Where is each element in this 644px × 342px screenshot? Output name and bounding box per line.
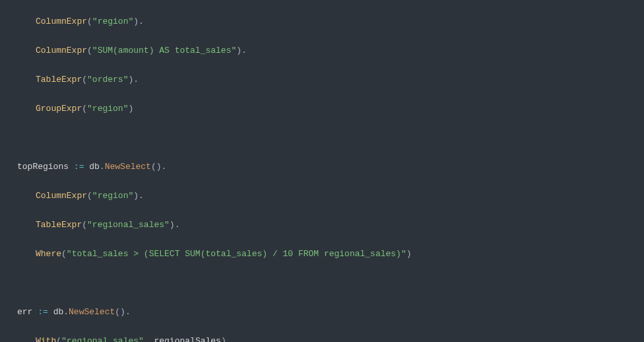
method-call: ColumnExpr (36, 191, 87, 201)
string-literal: "regional_sales" (87, 220, 170, 230)
variable: err (17, 307, 32, 317)
code-line: ColumnExpr("SUM(amount) AS total_sales")… (17, 44, 644, 58)
identifier: regionalSales (154, 336, 220, 342)
method-call: TableExpr (36, 75, 82, 85)
string-literal: "region" (92, 191, 133, 201)
code-line: TableExpr("orders"). (17, 73, 644, 87)
variable: topRegions (17, 162, 69, 172)
blank-line (17, 131, 644, 145)
identifier: db (89, 162, 100, 172)
blank-line (17, 276, 644, 291)
method-call: Where (36, 249, 61, 259)
method-call: TableExpr (36, 220, 82, 230)
method-call: With (36, 336, 56, 342)
assign-op: := (38, 307, 48, 317)
string-literal: "region" (92, 17, 133, 26)
method-call: ColumnExpr (36, 46, 87, 55)
method-call: NewSelect (105, 162, 151, 172)
string-literal: "regional_sales" (61, 336, 144, 342)
code-line: err := db.NewSelect(). (17, 305, 644, 320)
method-call: ColumnExpr (36, 17, 87, 26)
identifier: db (53, 307, 64, 317)
code-line: With("regional_sales", regionalSales). (17, 334, 644, 342)
code-editor[interactable]: ColumnExpr("region"). ColumnExpr("SUM(am… (0, 0, 644, 342)
assign-op: := (74, 162, 84, 172)
code-line: TableExpr("regional_sales"). (17, 218, 644, 232)
string-literal: "orders" (87, 75, 128, 85)
string-literal: "region" (87, 104, 128, 114)
code-line: ColumnExpr("region"). (17, 189, 644, 203)
method-call: NewSelect (69, 307, 115, 317)
code-line: topRegions := db.NewSelect(). (17, 160, 644, 174)
string-literal: "SUM(amount) AS total_sales" (92, 46, 236, 55)
string-literal: "total_sales > (SELECT SUM(total_sales) … (67, 249, 406, 259)
code-line: Where("total_sales > (SELECT SUM(total_s… (17, 247, 644, 261)
method-call: GroupExpr (36, 104, 82, 114)
code-line: GroupExpr("region") (17, 102, 644, 116)
code-line: ColumnExpr("region"). (17, 15, 644, 29)
